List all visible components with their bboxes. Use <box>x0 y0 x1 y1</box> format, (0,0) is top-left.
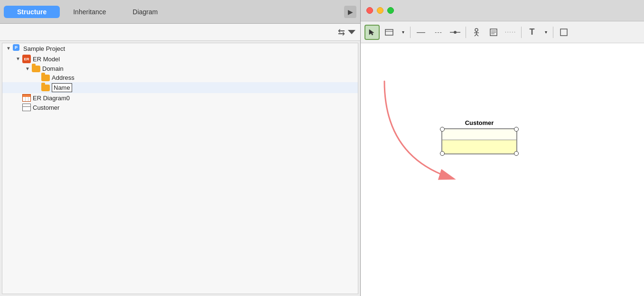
separator-4 <box>553 27 553 38</box>
tab-diagram[interactable]: Diagram <box>120 6 171 18</box>
separator-2 <box>466 27 466 38</box>
handle-bl[interactable] <box>440 151 445 156</box>
tool-dashed-line[interactable]: - - - <box>430 25 446 40</box>
tree-node-er-model[interactable]: ER ER Model <box>2 54 358 64</box>
er-icon: ER <box>22 55 31 63</box>
tool-line[interactable]: — <box>413 25 429 40</box>
svg-rect-14 <box>560 29 567 36</box>
collapse-arrow[interactable] <box>348 30 355 34</box>
node-label-customer[interactable]: Customer <box>33 104 59 111</box>
project-icon: P <box>13 44 21 53</box>
triangle-er-diagram0 <box>16 95 21 101</box>
traffic-light-green[interactable] <box>387 7 394 14</box>
customer-entity[interactable]: Customer <box>441 119 517 154</box>
tool-rect[interactable] <box>382 25 397 40</box>
tab-bar: Structure Inheritance Diagram ▶ <box>0 0 360 24</box>
node-label-er-model[interactable]: ER Model <box>33 56 60 63</box>
triangle-customer <box>16 105 21 110</box>
window-chrome <box>361 0 644 21</box>
svg-point-5 <box>475 29 478 31</box>
tree-node-name[interactable]: Name <box>2 82 358 93</box>
node-label-domain[interactable]: Domain <box>42 65 64 72</box>
tree-node-address[interactable]: Address <box>2 73 358 82</box>
tool-text-dropdown[interactable]: ▾ <box>541 25 550 40</box>
traffic-light-yellow[interactable] <box>377 7 383 14</box>
canvas-area[interactable]: Customer <box>361 43 644 296</box>
table-icon-customer <box>22 104 31 111</box>
triangle-name <box>35 85 40 91</box>
sync-icon[interactable]: ⇄ <box>338 27 345 38</box>
customer-entity-label: Customer <box>441 119 517 126</box>
folder-icon-domain <box>32 66 40 72</box>
er-diagram-icon <box>22 94 31 102</box>
handle-tr[interactable] <box>514 127 519 132</box>
svg-marker-0 <box>369 29 374 35</box>
tree-node-domain[interactable]: Domain <box>2 64 358 73</box>
nav-bar: ⇄ <box>0 24 360 41</box>
handle-br[interactable] <box>514 151 519 156</box>
traffic-light-red[interactable] <box>366 7 373 14</box>
node-label-sample-project[interactable]: Sample Project <box>23 45 65 52</box>
node-label-name[interactable]: Name <box>52 83 72 92</box>
tool-select[interactable] <box>364 25 380 40</box>
svg-rect-1 <box>385 29 393 35</box>
node-label-er-diagram0[interactable]: ER Diagram0 <box>33 95 70 102</box>
tree-node-er-diagram0[interactable]: ER Diagram0 <box>2 93 358 103</box>
tab-structure[interactable]: Structure <box>4 6 60 18</box>
folder-icon-address <box>41 75 50 81</box>
tool-note[interactable] <box>486 25 501 40</box>
tool-rect2[interactable] <box>556 25 571 40</box>
tab-more-arrow[interactable]: ▶ <box>344 6 356 18</box>
folder-icon-name <box>41 85 50 91</box>
svg-line-9 <box>476 34 478 36</box>
svg-point-4 <box>454 31 457 34</box>
tool-text[interactable]: T <box>524 25 540 40</box>
separator-1 <box>410 27 411 38</box>
right-panel: ▾ — - - - <box>361 0 644 296</box>
node-label-address[interactable]: Address <box>52 74 75 81</box>
tool-dots[interactable]: ····· <box>503 25 518 40</box>
handle-tl[interactable] <box>440 127 445 132</box>
tree-area: P Sample Project ER ER Model Domain Addr… <box>2 43 358 294</box>
tree-node-sample-project[interactable]: P Sample Project <box>2 43 358 54</box>
triangle-domain[interactable] <box>25 66 31 72</box>
left-panel: Structure Inheritance Diagram ▶ ⇄ P Samp… <box>0 0 361 296</box>
customer-entity-box[interactable] <box>441 128 517 154</box>
triangle-sample-project[interactable] <box>6 46 12 51</box>
tool-actor[interactable] <box>469 25 484 40</box>
svg-line-8 <box>475 34 476 36</box>
toolbar: ▾ — - - - <box>361 21 644 43</box>
separator-3 <box>521 27 522 38</box>
tool-assoc[interactable] <box>448 25 463 40</box>
entity-box-body <box>442 140 516 153</box>
triangle-er-model[interactable] <box>16 56 21 62</box>
triangle-address <box>35 75 40 81</box>
tab-inheritance[interactable]: Inheritance <box>60 6 119 18</box>
drag-arrow <box>361 43 644 296</box>
tool-shape-dropdown[interactable]: ▾ <box>399 25 407 40</box>
tree-node-customer[interactable]: Customer <box>2 103 358 112</box>
